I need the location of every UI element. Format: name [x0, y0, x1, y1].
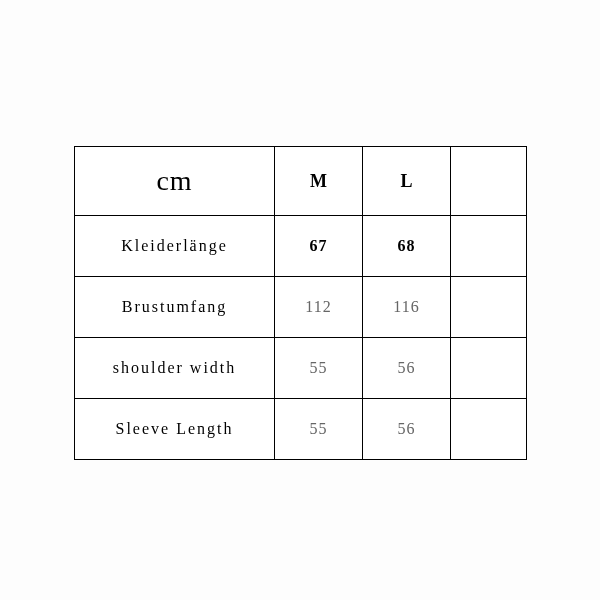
- column-header-label: L: [400, 171, 412, 191]
- value: 112: [305, 298, 331, 315]
- metric-label: shoulder width: [113, 359, 237, 376]
- value: 68: [398, 237, 416, 254]
- value: 116: [393, 298, 419, 315]
- metric-label: Brustumfang: [122, 298, 228, 315]
- value-cell: [451, 216, 527, 277]
- value-cell: [451, 277, 527, 338]
- value-cell: 68: [363, 216, 451, 277]
- table-row: Brustumfang 112 116: [75, 277, 527, 338]
- value-cell: 67: [275, 216, 363, 277]
- column-header-l: L: [363, 147, 451, 216]
- metric-label-cell: Kleiderlänge: [75, 216, 275, 277]
- column-header-m: M: [275, 147, 363, 216]
- value: 55: [310, 420, 328, 437]
- metric-label: Sleeve Length: [116, 420, 234, 437]
- value: 67: [310, 237, 328, 254]
- metric-label: Kleiderlänge: [121, 237, 228, 254]
- value-cell: 55: [275, 338, 363, 399]
- value-cell: 55: [275, 399, 363, 460]
- metric-label-cell: shoulder width: [75, 338, 275, 399]
- table-header-row: cm M L: [75, 147, 527, 216]
- column-header-empty: [451, 147, 527, 216]
- value-cell: 116: [363, 277, 451, 338]
- metric-label-cell: Brustumfang: [75, 277, 275, 338]
- column-header-label: M: [310, 171, 327, 191]
- value: 56: [398, 359, 416, 376]
- unit-header: cm: [75, 147, 275, 216]
- value: 56: [398, 420, 416, 437]
- value-cell: [451, 338, 527, 399]
- size-chart-table: cm M L Kleiderlänge 67 68: [74, 146, 527, 460]
- table-row: shoulder width 55 56: [75, 338, 527, 399]
- table-row: Sleeve Length 55 56: [75, 399, 527, 460]
- value-cell: [451, 399, 527, 460]
- value-cell: 56: [363, 399, 451, 460]
- value-cell: 56: [363, 338, 451, 399]
- unit-label: cm: [156, 165, 192, 196]
- table-row: Kleiderlänge 67 68: [75, 216, 527, 277]
- value: 55: [310, 359, 328, 376]
- metric-label-cell: Sleeve Length: [75, 399, 275, 460]
- value-cell: 112: [275, 277, 363, 338]
